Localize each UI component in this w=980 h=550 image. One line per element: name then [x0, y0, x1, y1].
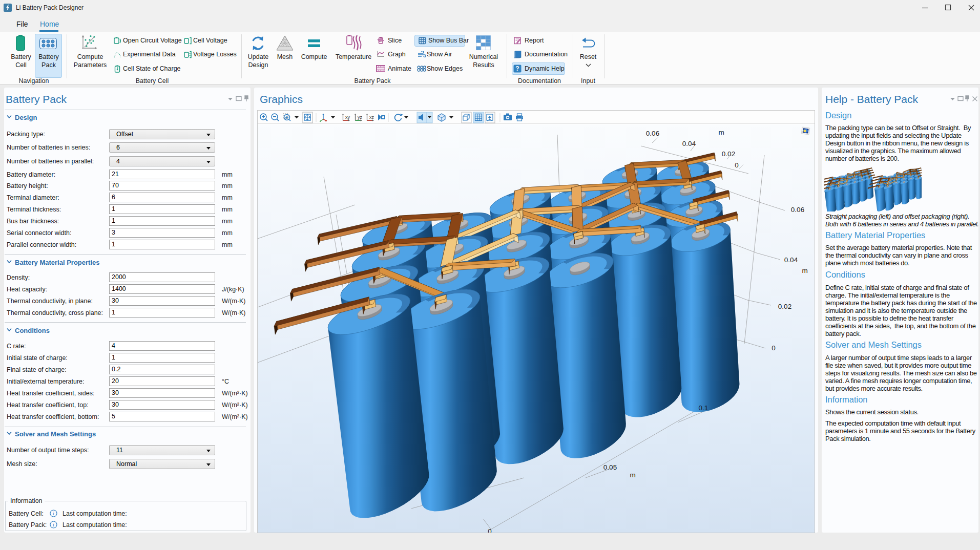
svg-text:i: i	[53, 522, 54, 527]
svg-text:0.04: 0.04	[784, 256, 798, 264]
svg-text:m: m	[630, 471, 635, 479]
svg-text:0: 0	[772, 344, 776, 352]
svg-text:yz: yz	[358, 115, 363, 120]
svg-text:0.04: 0.04	[682, 140, 696, 147]
svg-text:m: m	[802, 267, 807, 274]
svg-text:i: i	[53, 511, 54, 516]
svg-text:0: 0	[735, 161, 739, 169]
svg-text:xz: xz	[369, 115, 374, 120]
svg-text:xy: xy	[345, 115, 350, 120]
svg-text:m: m	[718, 129, 724, 136]
svg-text:0.06: 0.06	[791, 206, 804, 214]
svg-text:0.06: 0.06	[646, 130, 659, 137]
svg-text:?: ?	[515, 65, 519, 72]
svg-text:0.05: 0.05	[603, 463, 617, 471]
svg-text:0.02: 0.02	[778, 303, 791, 310]
svg-text:0.1: 0.1	[699, 404, 708, 412]
svg-text:0.02: 0.02	[722, 150, 735, 158]
svg-text:0: 0	[488, 527, 492, 533]
